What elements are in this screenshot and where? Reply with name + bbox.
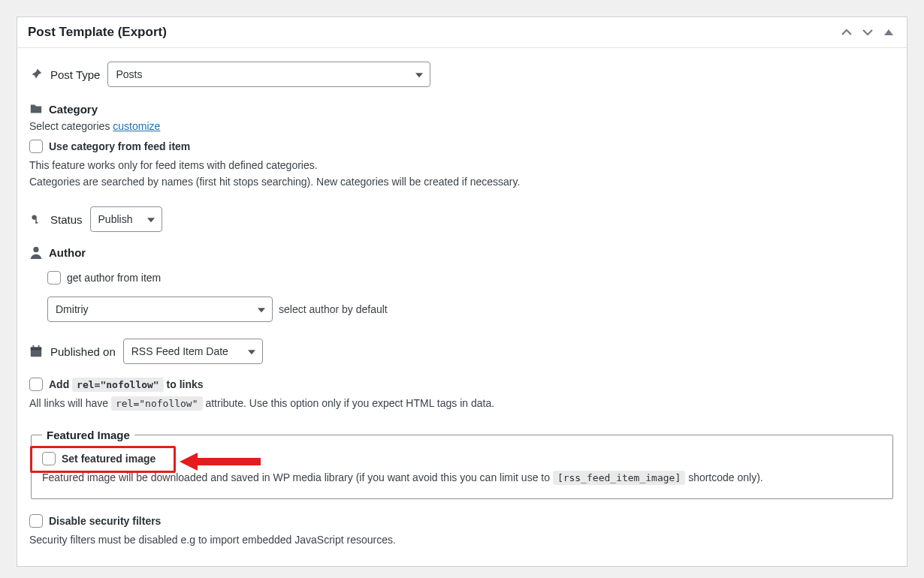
use-category-from-feed-row: Use category from feed item [29, 140, 895, 153]
published-on-label: Published on [50, 345, 116, 358]
calendar-icon [29, 345, 43, 358]
author-heading-row: Author [29, 245, 895, 259]
select-author-default-label: select author by default [279, 303, 388, 315]
disable-security-help: Security filters must be disabled e.g to… [29, 532, 895, 549]
status-row: Status Publish [29, 206, 895, 232]
disable-security-label: Disable security filters [49, 515, 161, 527]
featured-image-legend: Featured Image [42, 429, 134, 441]
category-help-2: Categories are searched by names (first … [29, 174, 895, 191]
nofollow-row: Add rel="nofollow" to links [29, 378, 895, 391]
featured-image-wrap: Featured Image Set featured image Featur… [29, 429, 895, 499]
svg-rect-2 [35, 222, 38, 224]
featured-image-code: [rss_feed_item_image] [553, 471, 685, 485]
get-author-from-item-row: get author from item [47, 271, 895, 284]
panel-body: Post Type Posts Category Select categori… [17, 48, 907, 566]
nofollow-help: All links will have rel="nofollow" attri… [29, 396, 895, 412]
featured-image-fieldset: Featured Image Set featured image Featur… [31, 429, 893, 499]
author-select[interactable]: Dmitriy [47, 297, 273, 322]
svg-rect-7 [38, 345, 40, 348]
use-category-from-feed-checkbox[interactable] [29, 140, 43, 153]
panel-actions [839, 25, 896, 40]
set-featured-image-row: Set featured image [42, 452, 882, 465]
expand-down-icon[interactable] [860, 25, 875, 40]
category-heading-row: Category [29, 102, 895, 116]
customize-link[interactable]: customize [113, 120, 160, 132]
post-type-label: Post Type [50, 68, 100, 81]
select-categories-text: Select categories [29, 120, 113, 132]
status-label: Status [50, 213, 83, 226]
collapse-up-icon[interactable] [839, 25, 854, 40]
status-select[interactable]: Publish [90, 206, 162, 232]
nofollow-code: rel="nofollow" [72, 378, 164, 392]
disable-security-checkbox[interactable] [29, 514, 43, 528]
svg-rect-6 [33, 345, 35, 348]
svg-rect-5 [31, 348, 41, 351]
svg-point-3 [33, 247, 38, 252]
key-icon [29, 212, 43, 226]
pin-icon [29, 68, 43, 81]
featured-image-help: Featured image will be downloaded and sa… [42, 470, 882, 486]
category-heading: Category [49, 103, 98, 116]
nofollow-help-code: rel="nofollow" [111, 396, 203, 411]
folder-icon [29, 102, 43, 116]
published-on-select[interactable]: RSS Feed Item Date [123, 339, 263, 364]
post-type-row: Post Type Posts [29, 62, 895, 87]
category-select-row: Select categories customize [29, 120, 895, 132]
author-select-row: Dmitriy select author by default [47, 297, 895, 322]
disable-security-row: Disable security filters [29, 514, 895, 528]
author-heading: Author [49, 246, 86, 259]
panel-title: Post Template (Export) [28, 25, 167, 40]
use-category-from-feed-label: Use category from feed item [49, 140, 190, 152]
set-featured-image-checkbox[interactable] [42, 452, 56, 465]
post-template-panel: Post Template (Export) Post Type Posts [17, 17, 907, 567]
panel-header: Post Template (Export) [17, 17, 907, 48]
category-help-1: This feature works only for feed items w… [29, 158, 895, 174]
get-author-from-item-label: get author from item [67, 272, 161, 284]
nofollow-checkbox[interactable] [29, 378, 43, 391]
move-up-icon[interactable] [881, 25, 896, 40]
nofollow-label: Add rel="nofollow" to links [49, 378, 204, 390]
get-author-from-item-checkbox[interactable] [47, 271, 61, 284]
set-featured-image-label: Set featured image [62, 453, 156, 465]
post-type-select[interactable]: Posts [107, 62, 430, 87]
published-on-row: Published on RSS Feed Item Date [29, 339, 895, 364]
user-icon [29, 245, 43, 259]
